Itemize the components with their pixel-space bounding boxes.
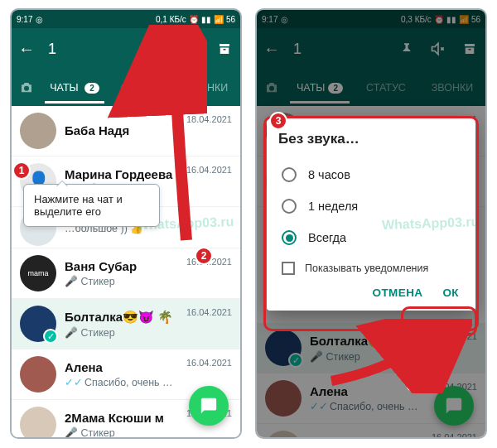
chat-name: Болталка😎😈 🌴 <box>65 310 178 325</box>
alarm-icon: ⏰ <box>189 15 199 24</box>
chat-name: Алена <box>65 360 178 374</box>
avatar[interactable]: ✓ <box>20 306 56 342</box>
avatar[interactable] <box>20 113 56 149</box>
new-chat-fab[interactable] <box>189 386 229 426</box>
ticks-icon: ✓✓ <box>65 377 83 388</box>
annotation-marker-1: 1 <box>12 161 31 180</box>
signal-icon: ▮▮ <box>201 15 211 24</box>
avatar[interactable] <box>20 356 56 393</box>
battery-icon: 56 <box>226 15 235 24</box>
red-arrow-1 <box>99 25 207 265</box>
selected-check-icon: ✓ <box>43 329 58 344</box>
radio-icon <box>282 167 297 182</box>
chat-name: 2Мама Ксюши м <box>65 411 178 425</box>
annotation-marker-3: 3 <box>269 112 287 130</box>
tab-chats[interactable]: ЧАТЫ 2 <box>41 72 108 104</box>
tooltip-callout: Нажмите на чат и выделите его <box>23 184 160 227</box>
ok-button[interactable]: ОК <box>442 287 459 299</box>
chat-msg: 🎤 Стикер <box>65 326 178 339</box>
chat-msg: ✓✓Спасибо, очень приятно )) <box>65 376 178 388</box>
dialog-title: Без звука… <box>278 131 464 147</box>
chats-badge: 2 <box>84 83 99 94</box>
chat-date: 16.04.2021 <box>186 307 232 317</box>
status-icon-circle: ◎ <box>36 15 43 24</box>
status-time: 9:17 <box>17 15 32 24</box>
archive-icon[interactable] <box>215 41 234 56</box>
checkbox-icon <box>282 262 295 275</box>
status-net: 0,1 КБ/с <box>156 15 186 24</box>
selection-count: 1 <box>48 41 56 58</box>
camera-tab-icon[interactable] <box>12 80 41 95</box>
chat-msg: 🎤 Стикер <box>65 426 178 437</box>
mute-option-always[interactable]: Всегда <box>278 222 464 253</box>
avatar[interactable] <box>20 407 56 437</box>
cancel-button[interactable]: ОТМЕНА <box>373 287 423 299</box>
tooltip-text: Нажмите на чат и выделите его <box>34 193 123 218</box>
chat-date: 16.04.2021 <box>186 358 232 368</box>
mute-option-1w[interactable]: 1 неделя <box>278 190 464 222</box>
radio-icon <box>282 199 297 214</box>
wifi-icon: 📶 <box>214 15 224 24</box>
avatar[interactable]: mama <box>20 255 56 291</box>
chat-row-selected[interactable]: ✓ Болталка😎😈 🌴 🎤 Стикер 16.04.2021 <box>12 299 240 349</box>
tab-chats-label: ЧАТЫ <box>50 82 78 94</box>
radio-icon-selected <box>282 230 297 245</box>
mute-option-8h[interactable]: 8 часов <box>278 159 464 190</box>
red-arrow-2 <box>323 319 472 393</box>
mute-dialog: Без звука… 8 часов 1 неделя Всегда Показ… <box>267 118 475 311</box>
back-button[interactable]: ← <box>18 40 35 59</box>
chat-msg: 🎤 Стикер <box>65 275 178 287</box>
show-notifications-checkbox[interactable]: Показывать уведомления <box>278 253 464 278</box>
